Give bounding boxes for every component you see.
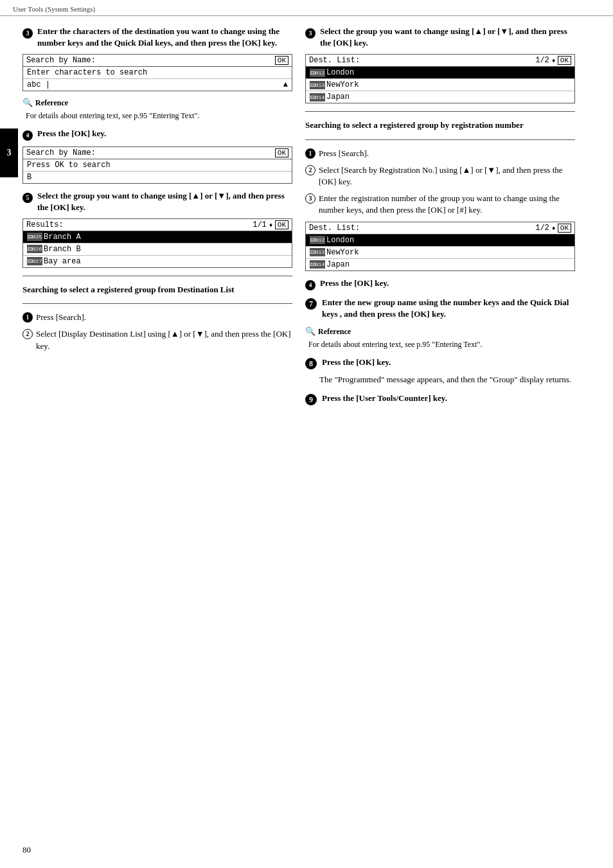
screen1-cursor: abc | xyxy=(27,80,50,89)
group-icon-012-1: 🖂012 xyxy=(310,69,325,77)
step-4-right-circle: 4 xyxy=(305,280,315,290)
screen2-title: Search by Name: xyxy=(26,148,96,157)
dest1-london: London xyxy=(326,68,354,77)
screen3-row-1: 🖂025 Branch A xyxy=(23,231,292,244)
group-icon-025: 🖂025 xyxy=(27,233,42,241)
screen3-branch-a: Branch A xyxy=(44,233,81,242)
dest2-title: Dest. List: xyxy=(309,224,360,233)
dest-step-2-text: Select [Display Destination List] using … xyxy=(36,328,292,351)
dest2-japan: Japan xyxy=(326,260,350,269)
step-9-text: Press the [User Tools/Counter] key. xyxy=(322,393,447,404)
step-7: 7 Enter the new group name using the num… xyxy=(305,297,575,320)
step-4-right: 4 Press the [OK] key. xyxy=(305,278,575,290)
dest1-row-3: 🖂014 Japan xyxy=(306,91,574,103)
divider-dest-list xyxy=(22,276,292,276)
reg-step-1: 1 Press [Search]. xyxy=(305,148,575,159)
screen3-bay-area: Bay area xyxy=(44,257,81,266)
screen3-row-3: 🖂027 Bay area xyxy=(23,256,292,267)
dest2-row-1: 🖂012 London xyxy=(306,235,574,247)
dest-step-2: 2 Select [Display Destination List] usin… xyxy=(22,328,292,351)
step-3-right-text: Select the group you want to change usin… xyxy=(320,26,575,49)
reg-step-3: 3 Enter the registration number of the g… xyxy=(305,193,575,216)
screen-search-by-name-1: Search by Name: OK Enter characters to s… xyxy=(22,54,292,91)
screen-dest-list-2: Dest. List: 1/2 ⬧ OK 🖂012 London 🖂0 xyxy=(305,222,575,271)
step-8: 8 Press the [OK] key. The "Programmed" m… xyxy=(305,357,575,386)
dest2-newyork: NewYork xyxy=(326,248,359,257)
group-icon-013-2: 🖂013 xyxy=(310,248,325,256)
right-column: 3 Select the group you want to change us… xyxy=(305,26,575,412)
dest2-nav: ⬧ xyxy=(551,224,556,233)
divider-reg-num-2 xyxy=(305,139,575,140)
screen-results: Results: 1/1 ⬧ OK 🖂025 Branch A xyxy=(22,218,292,268)
step-4-left-header: 4 Press the [OK] key. xyxy=(22,128,292,141)
screen2-ok: OK xyxy=(275,148,289,157)
dest-step-1-circle: 1 xyxy=(22,312,33,323)
screen1-title: Search by Name: xyxy=(26,56,96,65)
dest2-pagination: 1/2 xyxy=(535,224,549,233)
header-bar: User Tools (System Settings) xyxy=(0,0,613,16)
group-icon-027: 🖂027 xyxy=(27,257,42,265)
page-number: 80 xyxy=(22,845,31,855)
section-reg-num-heading: Searching to select a registered group b… xyxy=(305,120,575,131)
divider-dest-list-2 xyxy=(22,303,292,304)
reg-step-1-text: Press [Search]. xyxy=(319,148,575,159)
dest2-ok: OK xyxy=(558,224,571,233)
step-7-header: 7 Enter the new group name using the num… xyxy=(305,297,575,320)
step-9: 9 Press the [User Tools/Counter] key. xyxy=(305,393,575,405)
dest-step-1-text: Press [Search]. xyxy=(36,312,292,323)
step-8-header: 8 Press the [OK] key. xyxy=(305,357,575,369)
ref-text-right: For details about entering text, see p.9… xyxy=(305,339,575,350)
left-column: 3 Enter the characters of the destinatio… xyxy=(22,26,292,412)
ref-icon-left: 🔍 xyxy=(22,98,33,108)
section-dest-list-heading: Searching to select a registered group f… xyxy=(22,284,292,296)
screen-dest-list-1: Dest. List: 1/2 ⬧ OK 🖂012 London xyxy=(305,54,575,103)
group-icon-014-1: 🖂014 xyxy=(310,93,325,102)
screen3-ok: OK xyxy=(275,220,289,229)
dest1-title: Dest. List: xyxy=(309,56,360,65)
step-3-right: 3 Select the group you want to change us… xyxy=(305,26,575,103)
reg-step-3-text: Enter the registration number of the gro… xyxy=(319,193,575,216)
step-8-circle: 8 xyxy=(305,358,317,369)
ref-title-right: Reference xyxy=(318,327,351,337)
step-9-circle: 9 xyxy=(305,394,317,405)
step-8-detail: The "Programmed" message appears, and th… xyxy=(319,373,575,386)
dest1-newyork: NewYork xyxy=(326,80,359,89)
step-4-left: 4 Press the [OK] key. Search by Name: OK… xyxy=(22,128,292,183)
reg-step-1-circle: 1 xyxy=(305,148,315,159)
reg-step-3-circle: 3 xyxy=(305,193,315,204)
step-8-text: Press the [OK] key. xyxy=(322,357,391,368)
dest-step-2-circle: 2 xyxy=(22,329,33,339)
step-4-left-circle: 4 xyxy=(22,130,33,141)
step-4-left-text: Press the [OK] key. xyxy=(37,128,106,139)
reference-left: 🔍 Reference For details about entering t… xyxy=(22,98,292,121)
step-5-left: 5 Select the group you want to change us… xyxy=(22,190,292,268)
step-5-left-circle: 5 xyxy=(22,193,33,203)
reg-step-2-circle: 2 xyxy=(305,165,315,175)
step-3-right-header: 3 Select the group you want to change us… xyxy=(305,26,575,49)
tab-label: 3 xyxy=(0,128,18,177)
dest1-pagination: 1/2 xyxy=(535,56,549,65)
breadcrumb: User Tools (System Settings) xyxy=(13,5,95,13)
dest-step-1: 1 Press [Search]. xyxy=(22,312,292,323)
screen1-arrow: ▲ xyxy=(283,80,288,89)
screen3-pagination: 1/1 xyxy=(253,220,267,229)
group-icon-014-2: 🖂014 xyxy=(310,260,325,269)
ref-icon-right: 🔍 xyxy=(305,326,315,337)
step-3-left-circle: 3 xyxy=(22,28,33,39)
dest1-row-1: 🖂012 London xyxy=(306,67,574,79)
reference-right: 🔍 Reference For details about entering t… xyxy=(305,326,575,350)
group-icon-026: 🖂026 xyxy=(27,245,42,253)
step-3-left-header: 3 Enter the characters of the destinatio… xyxy=(22,26,292,49)
dest1-japan: Japan xyxy=(326,93,350,102)
screen1-row-1: Enter characters to search xyxy=(23,67,292,79)
screen3-branch-b: Branch B xyxy=(44,245,81,254)
screen1-row-2: abc | ▲ xyxy=(23,79,292,91)
reg-step-2: 2 Select [Search by Registration No.] us… xyxy=(305,164,575,188)
dest1-nav: ⬧ xyxy=(551,56,556,65)
ref-title-left: Reference xyxy=(35,98,68,108)
group-icon-013-1: 🖂013 xyxy=(310,81,325,89)
step-5-left-text: Select the group you want to change usin… xyxy=(37,190,292,213)
ref-text-left: For details about entering text, see p.9… xyxy=(22,110,292,121)
step-3-left: 3 Enter the characters of the destinatio… xyxy=(22,26,292,121)
step-3-left-text: Enter the characters of the destination … xyxy=(37,26,292,49)
